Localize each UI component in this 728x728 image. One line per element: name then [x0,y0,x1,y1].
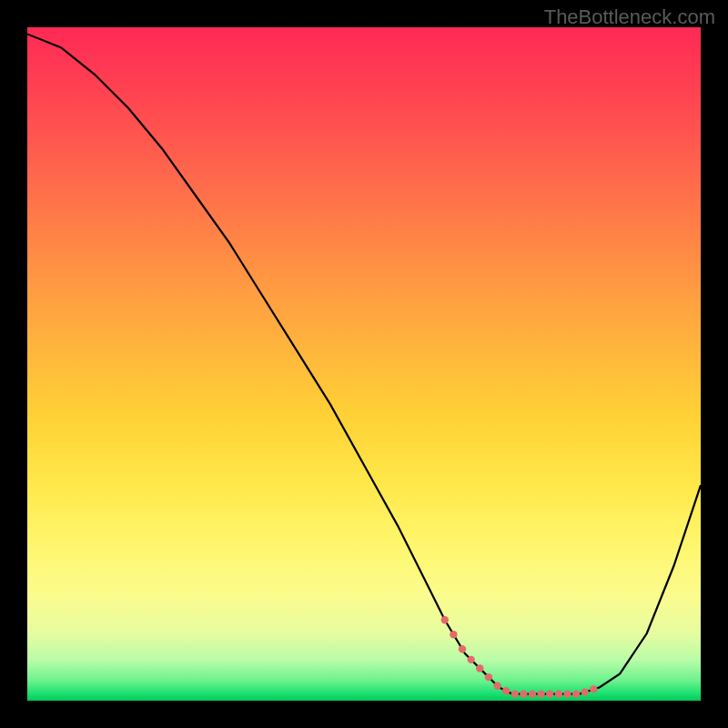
highlight-dot [493,682,500,690]
highlight-dot [563,690,571,697]
highlight-dot [546,690,553,697]
highlight-dot [529,690,536,697]
chart-plot-area [27,27,701,701]
highlight-dot [537,690,544,697]
highlight-dot [485,673,492,681]
highlight-dot [511,690,519,697]
highlight-dot [476,664,483,672]
bottleneck-curve-line [27,34,701,693]
highlight-dot [581,688,589,695]
highlight-dot [572,690,580,697]
highlight-dot [450,631,457,638]
highlight-dot-zone [441,616,598,698]
highlight-dot [441,616,449,623]
highlight-dot [590,685,597,693]
highlight-dot [468,656,475,663]
highlight-dot [520,690,527,697]
highlight-dot [459,645,466,652]
highlight-dot [555,690,562,697]
highlight-dot [502,687,510,694]
chart-curve-svg [27,27,701,701]
attribution-label: TheBottleneck.com [544,5,715,29]
